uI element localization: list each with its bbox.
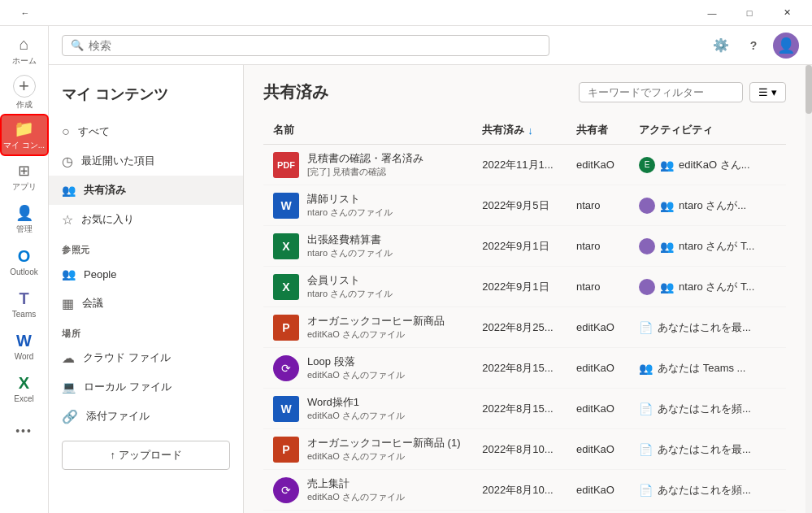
activity-text: ntaro さんが T... (679, 280, 754, 294)
nav-item-favorites[interactable]: ☆ お気に入り (49, 205, 243, 234)
filter-dropdown-button[interactable]: ☰ ▾ (749, 82, 786, 102)
file-main-name: 売上集計 (307, 476, 405, 491)
left-nav: マイ コンテンツ ○ すべて ◷ 最近開いた項目 👥 共有済み ☆ お気に入り (49, 65, 244, 513)
activity: 👥 あなたは Teams ... (629, 348, 786, 389)
teams-label: Teams (12, 310, 36, 319)
sidebar-item-word[interactable]: W Word (0, 325, 49, 367)
file-main-name: オーガニックコーヒー新商品 (1) (307, 436, 461, 450)
activity: 📄 あなたはこれを最... (629, 429, 786, 470)
file-activity-icon: 📄 (639, 443, 653, 456)
create-icon: + (13, 75, 36, 98)
content-area: マイ コンテンツ ○ すべて ◷ 最近開いた項目 👥 共有済み ☆ お気に入り (49, 65, 812, 513)
close-button[interactable]: ✕ (768, 0, 805, 26)
sidebar-item-apps[interactable]: ⊞ アプリ (0, 156, 49, 198)
file-info: 売上集計 editKaO さんのファイル (307, 476, 405, 503)
nav-item-attachments[interactable]: 🔗 添付ファイル (49, 402, 243, 431)
places-section-label: 場所 (49, 318, 243, 343)
nav-item-cloud[interactable]: ☁ クラウド ファイル (49, 343, 243, 372)
file-name-cell: X 会員リスト ntaro さんのファイル (263, 267, 472, 307)
col-header-name: 名前 (263, 116, 472, 145)
table-row[interactable]: X 出張経費精算書 ntaro さんのファイル 2022年9月1日 ntaro … (263, 226, 786, 267)
sort-arrow-icon: ↓ (528, 124, 533, 137)
nav-item-shared[interactable]: 👥 共有済み (49, 176, 243, 205)
table-row[interactable]: W Word操作1 editKaO さんのファイル 2022年8月15... e… (263, 389, 786, 429)
sidebar-item-admin[interactable]: 👤 管理 (0, 198, 49, 241)
share-people-icon: 👥 (660, 159, 674, 172)
scrollbar[interactable] (805, 65, 812, 513)
admin-label: 管理 (16, 224, 33, 235)
search-input[interactable] (89, 39, 541, 52)
table-row[interactable]: X 会員リスト ntaro さんのファイル 2022年9月1日 ntaro 👥 … (263, 267, 786, 307)
nav-item-meetings[interactable]: ▦ 会議 (49, 289, 243, 318)
nav-item-all[interactable]: ○ すべて (49, 117, 243, 146)
maximize-button[interactable]: □ (731, 0, 768, 26)
search-box[interactable]: 🔍 (62, 35, 549, 56)
word-label: Word (15, 352, 34, 361)
sidebar-item-teams[interactable]: T Teams (0, 283, 49, 325)
sidebar-item-create[interactable]: + 作成 (0, 72, 49, 114)
table-row[interactable]: W 講師リスト ntaro さんのファイル 2022年9月5日 ntaro 👥 … (263, 185, 786, 226)
table-row[interactable]: P オーガニックコーヒー新商品 (1) editKaO さんのファイル 2022… (263, 429, 786, 470)
col-header-sharedby: 共有者 (567, 116, 629, 145)
word-icon: W (16, 332, 32, 350)
sidebar-item-outlook[interactable]: O Outlook (0, 241, 49, 283)
file-main-name: 見積書の確認・署名済み (307, 151, 423, 166)
scroll-thumb[interactable] (805, 65, 812, 114)
upload-button[interactable]: ↑ アップロード (62, 441, 230, 470)
activity-cell: E 👥 editKaO さん... (639, 157, 776, 173)
shared-date: 2022年9月1日 (472, 267, 567, 307)
shared-by: editKaO (567, 348, 629, 389)
file-main-name: 出張経費精算書 (307, 233, 393, 247)
activity: 👥 ntaro さんが... (629, 185, 786, 226)
nav-item-local[interactable]: 💻 ローカル ファイル (49, 372, 243, 402)
shared-date: 2022年8月15... (472, 389, 567, 429)
settings-button[interactable]: ⚙️ (708, 33, 734, 59)
nav-item-recent[interactable]: ◷ 最近開いた項目 (49, 146, 243, 176)
activity-text: editKaO さん... (679, 158, 749, 172)
sidebar-item-excel[interactable]: X Excel (0, 367, 49, 410)
table-row[interactable]: ⟳ Loop 段落 editKaO さんのファイル 2022年8月15... e… (263, 348, 786, 389)
avatar-image: 👤 (777, 37, 795, 54)
titlebar: ← — □ ✕ (0, 0, 812, 26)
file-name-cell: X 出張経費精算書 ntaro さんのファイル (263, 226, 472, 267)
table-row[interactable]: PDF 見積書の確認・署名済み [完了] 見積書の確認 2022年11月1...… (263, 145, 786, 185)
file-info: Word操作1 editKaO さんのファイル (307, 395, 405, 422)
mycontent-icon: 📁 (14, 119, 34, 138)
file-info: Loop 段落 editKaO さんのファイル (307, 354, 405, 381)
nav-item-local-label: ローカル ファイル (84, 380, 172, 394)
shared-by: editKaO (567, 145, 629, 185)
shared-icon: 👥 (62, 184, 76, 197)
back-button[interactable]: ← (7, 0, 44, 26)
help-button[interactable]: ? (740, 33, 766, 59)
col-header-shared[interactable]: 共有済み ↓ (472, 116, 567, 145)
file-sub-name: editKaO さんのファイル (307, 328, 445, 341)
table-row[interactable]: P オーガニックコーヒー新商品 editKaO さんのファイル 2022年8月2… (263, 307, 786, 348)
file-info: 見積書の確認・署名済み [完了] 見積書の確認 (307, 151, 423, 178)
activity-text: あなたはこれを最... (658, 442, 751, 457)
meetings-icon: ▦ (62, 296, 74, 311)
nav-item-people[interactable]: 👥 People (49, 259, 243, 289)
sidebar-item-mycontent[interactable]: 📁 マイ コン... (0, 114, 49, 156)
table-row[interactable]: ⟳ 売上集計 editKaO さんのファイル 2022年8月10... edit… (263, 470, 786, 511)
filter-input[interactable] (588, 86, 734, 98)
excel-label: Excel (14, 394, 33, 403)
attachment-icon: 🔗 (62, 409, 78, 424)
favorites-icon: ☆ (62, 212, 73, 228)
activity: 👥 ntaro さんが T... (629, 226, 786, 267)
recent-icon: ◷ (62, 154, 73, 169)
activity: E 👥 editKaO さん... (629, 145, 786, 185)
shared-by: editKaO (567, 389, 629, 429)
minimize-button[interactable]: — (693, 0, 731, 26)
col-header-activity: アクティビティ (629, 116, 786, 145)
activity-text: あなたは Teams ... (658, 361, 745, 376)
icon-sidebar: ⌂ ホーム + 作成 📁 マイ コン... ⊞ アプリ 👤 管理 O Outlo… (0, 26, 49, 513)
filter-input-box[interactable] (579, 82, 743, 102)
share-people-icon: 👥 (660, 240, 674, 253)
user-avatar[interactable]: 👤 (773, 33, 799, 59)
sidebar-item-more[interactable]: ••• (0, 410, 49, 452)
nav-item-recent-label: 最近開いた項目 (81, 154, 155, 168)
file-icon-loop: ⟳ (273, 477, 299, 503)
activity: 📄 あなたはこれを頻... (629, 470, 786, 511)
file-activity-icon: 📄 (639, 484, 653, 497)
sidebar-item-home[interactable]: ⌂ ホーム (0, 29, 49, 72)
